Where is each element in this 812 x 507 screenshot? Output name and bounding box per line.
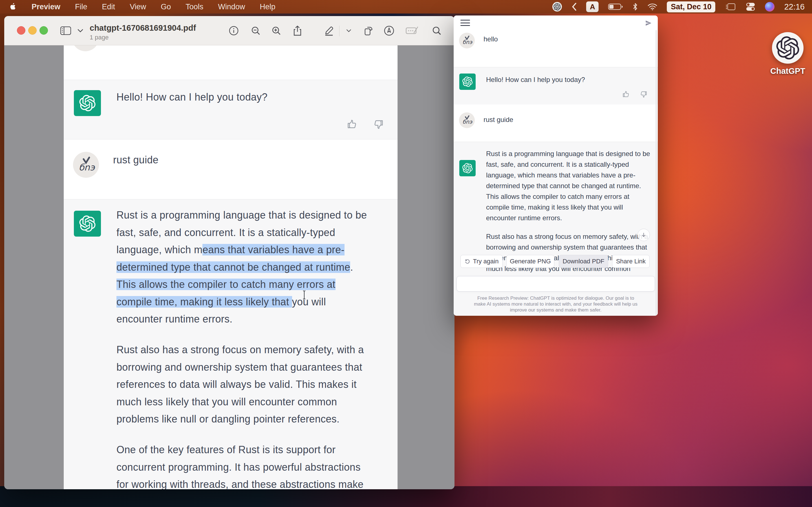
pdf-row-assistant-rust: Rust is a programming language that is d… bbox=[64, 199, 398, 489]
chatgpt-avatar bbox=[459, 160, 476, 176]
sidebar-icon[interactable] bbox=[59, 24, 72, 37]
menu-item-edit[interactable]: Edit bbox=[102, 3, 115, 11]
chatgpt-menubar-icon[interactable] bbox=[552, 2, 562, 11]
share-icon[interactable] bbox=[291, 24, 304, 37]
hamburger-menu-icon[interactable] bbox=[460, 20, 470, 26]
menu-item-window[interactable]: Window bbox=[218, 3, 245, 11]
pdf-paragraph: One of the key features of Rust is its s… bbox=[116, 441, 363, 489]
battery-icon[interactable] bbox=[608, 3, 623, 10]
thumbs-up-icon[interactable] bbox=[622, 91, 630, 99]
zoom-out-icon[interactable] bbox=[250, 24, 262, 37]
chatgpt-app-icon[interactable] bbox=[772, 32, 804, 64]
search-icon[interactable] bbox=[430, 24, 443, 37]
back-chevron-icon[interactable] bbox=[571, 3, 576, 11]
siri-icon[interactable] bbox=[765, 2, 774, 11]
pdf-row-assistant-hello: Hello! How can I help you today? bbox=[64, 80, 398, 139]
text-line: much less likely that you will encounter… bbox=[116, 393, 364, 411]
text-line: problems like null or dangling pointer r… bbox=[116, 410, 364, 428]
text-line: language, which means that variables hav… bbox=[486, 170, 650, 180]
preview-content-area[interactable]: Hello! How can I help you today? rust gu… bbox=[4, 45, 455, 489]
text-line: fast, safe, and concurrent. It is a stat… bbox=[486, 159, 650, 170]
send-icon[interactable] bbox=[645, 19, 652, 28]
preview-titlebar[interactable]: chatgpt-1670681691904.pdf 1 page bbox=[4, 16, 455, 45]
apple-menu-icon[interactable] bbox=[10, 3, 17, 11]
pdf-row-user-rust: rust guide bbox=[64, 139, 398, 199]
chat-user-text: hello bbox=[484, 35, 498, 43]
footer-line: improve our systems and make them safer. bbox=[454, 307, 658, 313]
share-link-button[interactable]: Share Link bbox=[612, 255, 650, 268]
text-line: determined type that cannot be changed a… bbox=[116, 259, 367, 276]
info-icon[interactable] bbox=[227, 24, 240, 37]
input-source-icon[interactable]: A bbox=[586, 1, 599, 12]
pdf-paragraph: Rust also has a strong focus on memory s… bbox=[116, 341, 364, 428]
menu-item-file[interactable]: File bbox=[75, 3, 87, 11]
chat-paragraph: Rust is a programming language that is d… bbox=[486, 149, 650, 223]
sidebar-chevron-down-icon[interactable] bbox=[74, 24, 87, 37]
text-line: language, which means that variables hav… bbox=[116, 241, 367, 259]
draw-icon[interactable] bbox=[383, 24, 395, 37]
try-again-button[interactable]: Try again bbox=[460, 255, 503, 268]
desktop-chatgpt-icon[interactable]: ChatGPT bbox=[770, 32, 806, 76]
chat-user-text: rust guide bbox=[484, 116, 513, 124]
text-line: fast, safe, and concurrent. It is a stat… bbox=[116, 224, 367, 241]
text-line: borrowing and ownership system that guar… bbox=[486, 242, 648, 252]
chatgpt-avatar bbox=[74, 90, 101, 116]
bluetooth-icon[interactable] bbox=[632, 3, 638, 11]
download-pdf-button[interactable]: Download PDF bbox=[559, 255, 608, 268]
close-button[interactable] bbox=[17, 26, 26, 35]
scroll-to-bottom-button[interactable] bbox=[638, 229, 650, 241]
user-avatar bbox=[73, 152, 99, 178]
zoom-button[interactable] bbox=[40, 26, 48, 35]
chat-row-assistant-hello: Hello! How can I help you today? bbox=[454, 67, 658, 105]
generate-png-button[interactable]: Generate PNG bbox=[506, 255, 554, 268]
chat-footer: Free Research Preview: ChatGPT is optimi… bbox=[454, 295, 658, 313]
highlight-chevron-down-icon[interactable] bbox=[343, 24, 355, 37]
menu-item-tools[interactable]: Tools bbox=[186, 3, 203, 11]
pdf-row-user-hello bbox=[64, 45, 398, 80]
menu-item-view[interactable]: View bbox=[130, 3, 146, 11]
wifi-icon[interactable] bbox=[648, 3, 657, 10]
user-avatar bbox=[72, 45, 99, 51]
desktop-icon-label: ChatGPT bbox=[770, 66, 806, 76]
menu-item-go[interactable]: Go bbox=[161, 3, 171, 11]
text-line: This allows the compiler to catch many e… bbox=[116, 276, 367, 293]
toolbar-divider bbox=[339, 25, 340, 36]
highlight-icon[interactable] bbox=[323, 24, 335, 37]
zoom-in-icon[interactable] bbox=[270, 24, 283, 37]
message-input[interactable] bbox=[456, 276, 655, 291]
chat-topbar bbox=[454, 15, 658, 31]
menu-item-help[interactable]: Help bbox=[260, 3, 275, 11]
control-center-icon[interactable] bbox=[746, 2, 755, 11]
text-line: for working with threads, and these abst… bbox=[116, 476, 363, 489]
rotate-icon[interactable] bbox=[362, 24, 375, 37]
text-line: Rust also has a strong focus on memory s… bbox=[116, 341, 364, 358]
share-link-label: Share Link bbox=[616, 258, 646, 265]
text-line: One of the key features of Rust is its s… bbox=[116, 441, 363, 459]
ibeam-cursor bbox=[302, 290, 306, 301]
preview-window: chatgpt-1670681691904.pdf 1 page bbox=[4, 16, 455, 489]
text-line: compile time, making it less likely that… bbox=[486, 202, 650, 213]
minimize-button[interactable] bbox=[28, 26, 37, 35]
menubar-clock[interactable]: 22:16 bbox=[784, 2, 805, 11]
text-line: Rust is a programming language that is d… bbox=[116, 207, 367, 224]
chat-scrollbar[interactable] bbox=[656, 30, 657, 316]
text-line: concurrent programming. It has powerful … bbox=[116, 459, 363, 476]
chat-assistant-text: Hello! How can I help you today? bbox=[486, 76, 585, 83]
thumbs-down-icon bbox=[373, 119, 384, 129]
text-line: encounter runtime errors. bbox=[116, 311, 367, 328]
chatgpt-window: hello Hello! How can I help you today? r… bbox=[454, 15, 658, 316]
text-line: compile time, making it less likely that… bbox=[116, 293, 367, 311]
user-avatar bbox=[459, 33, 475, 48]
pdf-assistant-text: Hello! How can I help you today? bbox=[116, 91, 267, 103]
pdf-page[interactable]: Hello! How can I help you today? rust gu… bbox=[64, 45, 398, 489]
thumbs-down-icon[interactable] bbox=[640, 91, 647, 99]
document-title: chatgpt-1670681691904.pdf bbox=[90, 23, 196, 33]
menu-item-preview[interactable]: Preview bbox=[32, 3, 60, 11]
screen-mirroring-icon[interactable] bbox=[725, 3, 736, 11]
menubar-date[interactable]: Sat, Dec 10 bbox=[667, 1, 715, 12]
chat-row-user-hello: hello bbox=[454, 30, 658, 67]
page-count: 1 page bbox=[90, 34, 196, 41]
text-line: determined type that cannot be changed a… bbox=[486, 180, 650, 191]
text-line: encounter runtime errors. bbox=[486, 213, 650, 223]
thumbs-up-icon bbox=[347, 119, 357, 129]
